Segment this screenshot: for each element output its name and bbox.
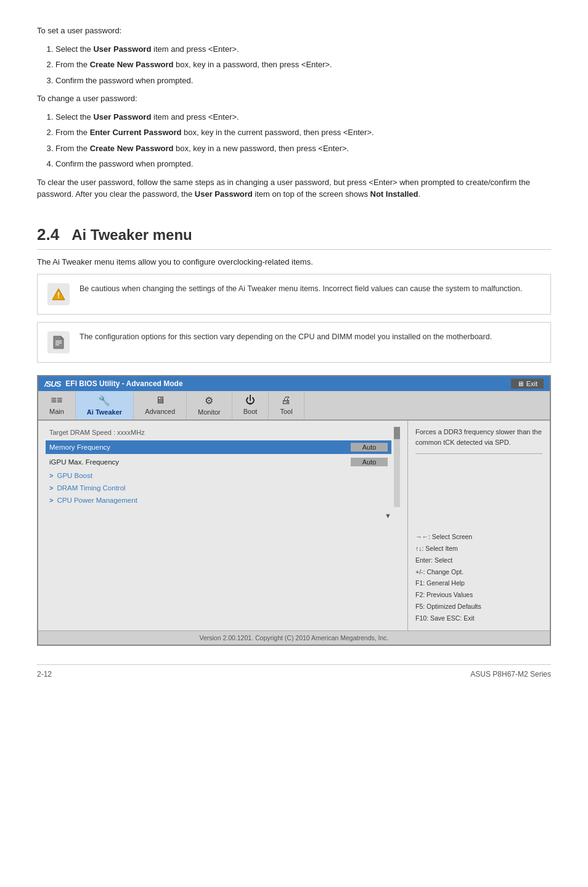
igpu-frequency-row[interactable]: iGPU Max. Frequency Auto: [46, 455, 391, 469]
gpu-boost-row[interactable]: > GPU Boost: [46, 470, 391, 481]
shortcut-change: +/-: Change Opt.: [415, 566, 542, 578]
memory-frequency-row[interactable]: Memory Frequency Auto: [46, 440, 391, 454]
warning-notice: ! Be cautious when changing the settings…: [37, 274, 551, 315]
bios-exit-button[interactable]: 🖥 Exit: [511, 379, 544, 389]
bios-nav: ≡≡ Main 🔧 Ai Tweaker 🖥 Advanced ⚙ Monito…: [38, 391, 550, 421]
target-dram-label: Target DRAM Speed : xxxxMHz: [49, 429, 145, 436]
bios-footer: Version 2.00.1201. Copyright (C) 2010 Am…: [38, 630, 550, 645]
bios-body: Target DRAM Speed : xxxxMHz Memory Frequ…: [38, 421, 550, 630]
page-content: To set a user password: Select the User …: [37, 25, 551, 679]
change-step-1: Select the User Password item and press …: [55, 111, 551, 123]
change-step-2: From the Enter Current Password box, key…: [55, 126, 551, 139]
nav-tool-label: Tool: [280, 408, 292, 415]
note-icon: [47, 331, 70, 353]
bios-scrollbar-thumb: [394, 427, 400, 439]
gpu-boost-arrow: >: [49, 472, 53, 479]
boot-nav-icon: ⏻: [245, 395, 255, 406]
bios-footer-text: Version 2.00.1201. Copyright (C) 2010 Am…: [199, 634, 388, 642]
bios-main-panel: Target DRAM Speed : xxxxMHz Memory Frequ…: [38, 421, 408, 630]
warning-icon: !: [47, 283, 70, 305]
cpu-power-row[interactable]: > CPU Power Management: [46, 495, 391, 506]
svg-text:!: !: [57, 291, 60, 300]
clear-password-text: To clear the user password, follow the s…: [37, 176, 551, 200]
section-title: Ai Tweaker menu: [71, 226, 192, 244]
set-step-1: Select the User Password item and press …: [55, 43, 551, 56]
bios-titlebar-left: /SUS EFI BIOS Utility - Advanced Mode: [44, 379, 183, 389]
gpu-boost-label: GPU Boost: [57, 472, 92, 479]
scroll-down-indicator: ▼: [46, 512, 400, 519]
target-dram-row: Target DRAM Speed : xxxxMHz: [46, 427, 391, 438]
nav-advanced-label: Advanced: [145, 408, 175, 415]
product-name: ASUS P8H67-M2 Series: [470, 670, 551, 679]
nav-boot[interactable]: ⏻ Boot: [232, 391, 269, 419]
monitor-nav-icon: ⚙: [205, 395, 213, 406]
nav-ai-tweaker-label: Ai Tweaker: [87, 408, 122, 416]
page-footer: 2-12 ASUS P8H67-M2 Series: [37, 664, 551, 679]
bios-shortcuts: →←: Select Screen ↑↓: Select Item Enter:…: [415, 531, 542, 624]
nav-monitor[interactable]: ⚙ Monitor: [187, 391, 232, 419]
section-heading: 2.4 Ai Tweaker menu: [37, 225, 551, 250]
bios-main-inner: Target DRAM Speed : xxxxMHz Memory Frequ…: [46, 427, 400, 507]
nav-boot-label: Boot: [243, 408, 258, 415]
cpu-power-label: CPU Power Management: [57, 497, 137, 504]
shortcut-f1: F1: General Help: [415, 577, 542, 589]
change-step-3: From the Create New Password box, key in…: [55, 142, 551, 155]
bios-info-panel: Forces a DDR3 frequency slower than the …: [408, 421, 550, 630]
nav-main[interactable]: ≡≡ Main: [38, 391, 76, 419]
nav-ai-tweaker[interactable]: 🔧 Ai Tweaker: [76, 391, 134, 419]
dram-timing-row[interactable]: > DRAM Timing Control: [46, 482, 391, 493]
tool-nav-icon: 🖨: [281, 395, 291, 406]
note-notice: The configuration options for this secti…: [37, 322, 551, 363]
nav-tool[interactable]: 🖨 Tool: [269, 391, 304, 419]
main-nav-icon: ≡≡: [51, 395, 63, 406]
exit-icon: 🖥: [517, 380, 524, 387]
page-number: 2-12: [37, 670, 52, 679]
bios-title-text: EFI BIOS Utility - Advanced Mode: [65, 379, 182, 388]
bios-scrollbar[interactable]: [394, 427, 400, 507]
shortcut-f2: F2: Previous Values: [415, 589, 542, 601]
nav-advanced[interactable]: 🖥 Advanced: [134, 391, 187, 419]
bios-titlebar: /SUS EFI BIOS Utility - Advanced Mode 🖥 …: [38, 376, 550, 391]
change-step-4: Confirm the password when prompted.: [55, 158, 551, 170]
dram-timing-arrow: >: [49, 484, 53, 492]
memory-frequency-value: Auto: [351, 443, 388, 452]
igpu-frequency-value: Auto: [351, 458, 388, 466]
set-step-2: From the Create New Password box, key in…: [55, 59, 551, 71]
bios-ui: /SUS EFI BIOS Utility - Advanced Mode 🖥 …: [37, 375, 551, 646]
advanced-nav-icon: 🖥: [155, 395, 165, 406]
change-password-steps: Select the User Password item and press …: [55, 111, 551, 170]
section-description: The Ai Tweaker menu items allow you to c…: [37, 256, 551, 268]
cpu-power-arrow: >: [49, 497, 53, 504]
exit-label: Exit: [526, 380, 537, 387]
shortcut-select-item: ↑↓: Select Item: [415, 543, 542, 555]
bios-main-content: Target DRAM Speed : xxxxMHz Memory Frequ…: [46, 427, 391, 507]
shortcut-select-screen: →←: Select Screen: [415, 531, 542, 543]
asus-logo: /SUS: [44, 379, 60, 389]
shortcut-enter: Enter: Select: [415, 555, 542, 566]
note-text: The configuration options for this secti…: [80, 331, 492, 343]
set-password-steps: Select the User Password item and press …: [55, 43, 551, 87]
change-password-intro: To change a user password:: [37, 93, 551, 105]
ai-tweaker-nav-icon: 🔧: [98, 395, 110, 406]
section-number: 2.4: [37, 225, 59, 244]
igpu-frequency-label: iGPU Max. Frequency: [49, 458, 351, 466]
dram-timing-label: DRAM Timing Control: [57, 484, 125, 492]
nav-main-label: Main: [49, 408, 64, 415]
nav-monitor-label: Monitor: [198, 408, 221, 416]
bios-info-description: Forces a DDR3 frequency slower than the …: [415, 427, 542, 454]
shortcut-f10: F10: Save ESC: Exit: [415, 613, 542, 624]
shortcut-f5: F5: Optimized Defaults: [415, 601, 542, 613]
set-password-intro: To set a user password:: [37, 25, 551, 37]
set-step-3: Confirm the password when prompted.: [55, 75, 551, 87]
warning-text: Be cautious when changing the settings o…: [80, 283, 522, 295]
memory-frequency-label: Memory Frequency: [49, 444, 351, 451]
